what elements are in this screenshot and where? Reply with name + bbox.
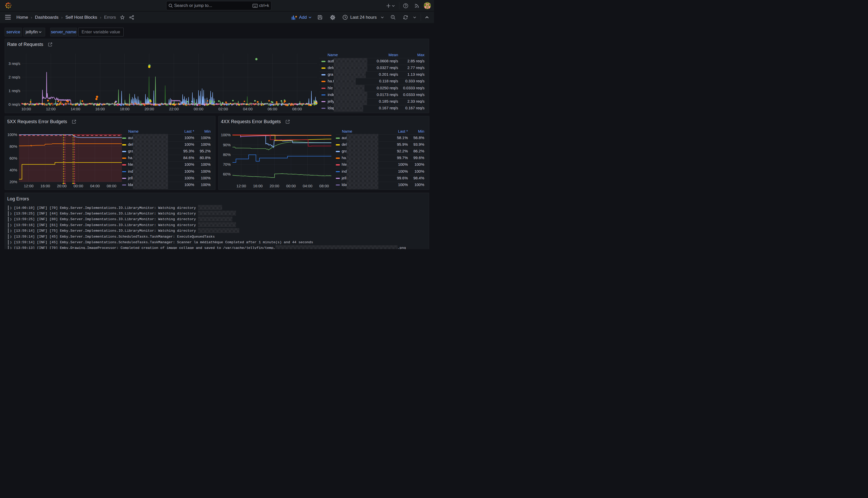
svg-text:12:00: 12:00 xyxy=(24,184,34,188)
svg-text:04:00: 04:00 xyxy=(243,107,253,111)
svg-text:02:00: 02:00 xyxy=(218,107,228,111)
svg-text:3 req/s: 3 req/s xyxy=(9,61,20,66)
svg-text:60%: 60% xyxy=(223,172,231,176)
svg-text:80%: 80% xyxy=(223,153,231,157)
svg-text:70%: 70% xyxy=(223,162,231,167)
svg-text:18:00: 18:00 xyxy=(120,107,130,111)
svg-text:08:00: 08:00 xyxy=(292,107,302,111)
svg-text:06:00: 06:00 xyxy=(268,107,277,111)
svg-text:20:00: 20:00 xyxy=(57,184,67,188)
svg-text:16:00: 16:00 xyxy=(41,184,50,188)
svg-text:20:00: 20:00 xyxy=(144,107,154,111)
svg-text:12:00: 12:00 xyxy=(237,184,246,188)
svg-text:04:00: 04:00 xyxy=(303,184,312,188)
svg-text:08:00: 08:00 xyxy=(319,184,329,188)
svg-text:80%: 80% xyxy=(10,144,17,148)
svg-text:100%: 100% xyxy=(8,132,17,137)
svg-text:100%: 100% xyxy=(221,133,231,137)
svg-text:1 req/s: 1 req/s xyxy=(9,89,20,93)
svg-text:04:00: 04:00 xyxy=(90,184,100,188)
svg-text:12:00: 12:00 xyxy=(46,107,56,111)
svg-text:40%: 40% xyxy=(10,168,17,172)
svg-text:00:00: 00:00 xyxy=(286,184,296,188)
svg-text:22:00: 22:00 xyxy=(169,107,179,111)
svg-text:60%: 60% xyxy=(10,156,17,160)
svg-text:20%: 20% xyxy=(10,180,17,184)
svg-text:2 req/s: 2 req/s xyxy=(9,75,20,79)
svg-text:16:00: 16:00 xyxy=(253,184,263,188)
svg-text:00:00: 00:00 xyxy=(193,107,203,111)
svg-text:10:00: 10:00 xyxy=(21,107,31,111)
svg-text:00:00: 00:00 xyxy=(74,184,83,188)
svg-text:08:00: 08:00 xyxy=(107,184,117,188)
svg-text:90%: 90% xyxy=(223,143,231,147)
svg-text:20:00: 20:00 xyxy=(270,184,279,188)
svg-text:14:00: 14:00 xyxy=(70,107,80,111)
svg-text:0 req/s: 0 req/s xyxy=(9,102,20,106)
svg-text:16:00: 16:00 xyxy=(95,107,105,111)
